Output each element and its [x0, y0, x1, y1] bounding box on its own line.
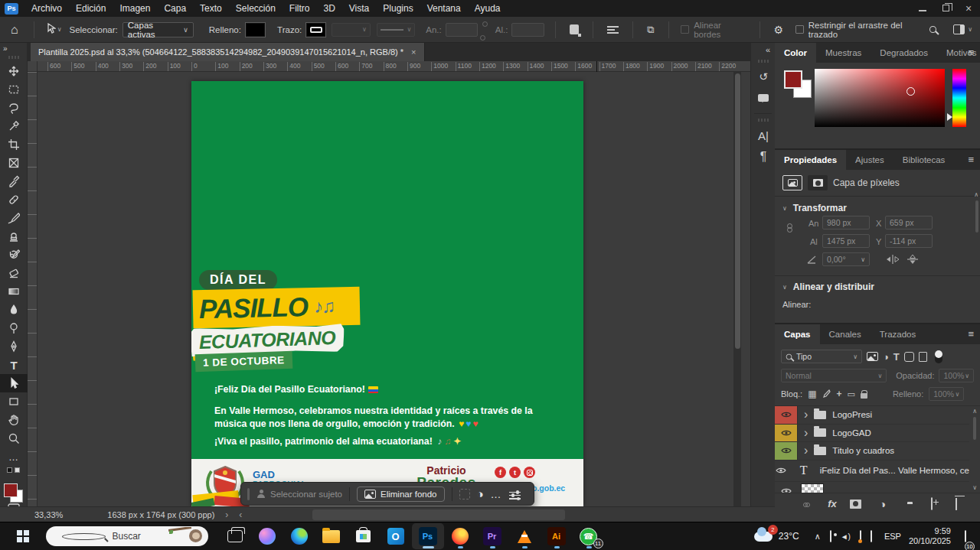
stroke-width-dropdown[interactable]: ∨ [332, 23, 370, 37]
visibility-eye-icon[interactable] [775, 425, 798, 442]
tab-trazados[interactable]: Trazados [871, 324, 926, 344]
minimize-icon[interactable] [911, 3, 934, 14]
path-selection-tool[interactable] [0, 374, 28, 392]
move-tool-icon[interactable] [45, 23, 56, 37]
align-icon[interactable] [607, 24, 619, 35]
menu-3d[interactable]: 3D [316, 3, 341, 14]
tab-ajustes[interactable]: Ajustes [846, 150, 893, 170]
weather-icon[interactable]: 2 [754, 532, 773, 542]
menu-ayuda[interactable]: Ayuda [468, 3, 508, 14]
layer-effects-icon[interactable]: fx [824, 498, 841, 509]
illustrator-button[interactable]: Ai [541, 523, 573, 549]
tab-capas[interactable]: Capas [775, 324, 820, 344]
color-gradient-field[interactable] [815, 69, 945, 127]
layer-name[interactable]: LogoGAD [832, 428, 871, 438]
notifications-icon[interactable]: 10 [965, 531, 966, 542]
pen-tool[interactable] [0, 337, 28, 356]
properties-scrollbar[interactable] [975, 200, 978, 233]
edge-button[interactable] [283, 523, 315, 549]
expand-group-icon[interactable]: › [804, 426, 808, 440]
layer-name[interactable]: LogoPresi [832, 410, 872, 419]
move-tool[interactable] [0, 62, 28, 80]
foreground-color-swatch[interactable] [4, 483, 24, 503]
volume-icon[interactable]: ◄) [841, 532, 851, 541]
default-swap-colors[interactable] [0, 467, 27, 473]
restore-icon[interactable] [934, 3, 957, 14]
flip-horizontal-icon[interactable] [885, 254, 900, 265]
filter-shape-layers-icon[interactable] [904, 352, 914, 362]
hue-slider[interactable] [952, 69, 966, 127]
y-value[interactable]: -114 px [885, 234, 933, 248]
comments-panel-icon[interactable] [751, 87, 776, 109]
lasso-tool[interactable] [0, 99, 28, 117]
layer-row-text[interactable]: T iFeliz Día del Pas... Valle Hermoso, c… [775, 461, 969, 482]
width-value[interactable]: 980 px [822, 216, 870, 229]
tab-bibliotecas[interactable]: Bibliotecas [893, 150, 955, 170]
angle-value[interactable]: 0,00°∨ [822, 252, 870, 266]
filter-type-layers-icon[interactable]: T [893, 351, 900, 363]
height-value[interactable]: 1475 px [822, 234, 870, 248]
height-input[interactable] [511, 23, 544, 37]
tab-color[interactable]: Color [775, 43, 816, 63]
vlc-button[interactable] [508, 523, 541, 549]
layer-row-titulo[interactable]: › Titulo y cuadros [775, 442, 969, 461]
hue-slider-arrow[interactable] [947, 113, 956, 121]
opacity-value[interactable]: 100% ∨ [939, 369, 974, 382]
eyedropper-tool[interactable] [0, 172, 28, 190]
stroke-swatch[interactable] [306, 23, 325, 37]
close-icon[interactable]: × [957, 2, 980, 15]
rectangle-tool[interactable] [0, 392, 28, 411]
layer-row-logopresi[interactable]: › LogoPresi [775, 406, 969, 425]
blend-mode-dropdown[interactable]: Normal ∨ [781, 369, 887, 382]
tray-camera-icon[interactable] [830, 531, 831, 542]
visibility-eye-icon[interactable] [775, 442, 798, 460]
layer-filter-dropdown[interactable]: Tipo ∨ [781, 350, 862, 363]
start-button[interactable] [17, 530, 29, 542]
menu-seleccion[interactable]: Selección [229, 3, 283, 14]
toolbar-grip[interactable] [8, 56, 19, 59]
shape-options-icon[interactable] [570, 24, 580, 34]
add-mask-icon[interactable] [850, 500, 867, 509]
fill-value[interactable]: 100% ∨ [929, 387, 964, 401]
status-arrow-left-icon[interactable]: ‹ [239, 509, 242, 520]
paragraph-panel-icon[interactable]: ¶ [751, 146, 776, 168]
blur-tool[interactable] [0, 301, 28, 319]
menu-filtro[interactable]: Filtro [283, 3, 317, 14]
ruler-corner[interactable] [28, 61, 38, 72]
premiere-button[interactable]: Pr [476, 523, 508, 549]
expand-group-icon[interactable]: › [804, 408, 808, 421]
filter-adjustment-layers-icon[interactable]: ◑ [883, 351, 889, 363]
width-input[interactable] [446, 23, 478, 37]
temperature[interactable]: 23°C [779, 531, 799, 542]
link-dimensions-icon[interactable] [787, 223, 792, 233]
tab-degradados[interactable]: Degradados [871, 43, 937, 63]
dodge-tool[interactable] [0, 319, 28, 337]
visibility-eye-icon[interactable] [775, 461, 788, 481]
menu-ventana[interactable]: Ventana [420, 3, 468, 14]
layers-scrollbar-thumb[interactable] [973, 417, 976, 440]
x-value[interactable]: 659 px [885, 216, 933, 229]
more-options-icon[interactable]: … [491, 488, 502, 500]
filter-pixel-layers-icon[interactable] [867, 352, 878, 361]
menu-archivo[interactable]: Archivo [24, 3, 69, 14]
menu-vista[interactable]: Vista [342, 3, 376, 14]
quick-selection-tool[interactable] [0, 117, 28, 135]
workspace-icon[interactable] [953, 24, 965, 34]
adjustments-icon[interactable]: ◑ [477, 487, 484, 500]
microsoft-store-button[interactable] [348, 523, 380, 549]
home-icon[interactable]: ⌂ [11, 23, 18, 37]
transform-icon[interactable] [459, 489, 470, 500]
color-picker-ring[interactable] [906, 87, 915, 96]
stroke-type-dropdown[interactable]: ∨ [377, 23, 415, 37]
menu-imagen[interactable]: Imagen [113, 3, 157, 14]
lock-transparency-icon[interactable]: ▦ [808, 389, 816, 399]
delete-layer-icon[interactable] [948, 498, 965, 509]
clock[interactable]: 9:59 20/10/2025 [909, 526, 951, 546]
expand-panels-icon[interactable]: « [751, 43, 775, 57]
taskbar-search[interactable]: Buscar [46, 526, 208, 546]
tab-canales[interactable]: Canales [820, 324, 871, 344]
character-panel-icon[interactable]: A| [751, 125, 776, 146]
taskbar-drag-handle[interactable] [247, 488, 250, 500]
workspace-caret-icon[interactable]: ∨ [968, 26, 972, 33]
task-view-button[interactable] [219, 523, 251, 549]
